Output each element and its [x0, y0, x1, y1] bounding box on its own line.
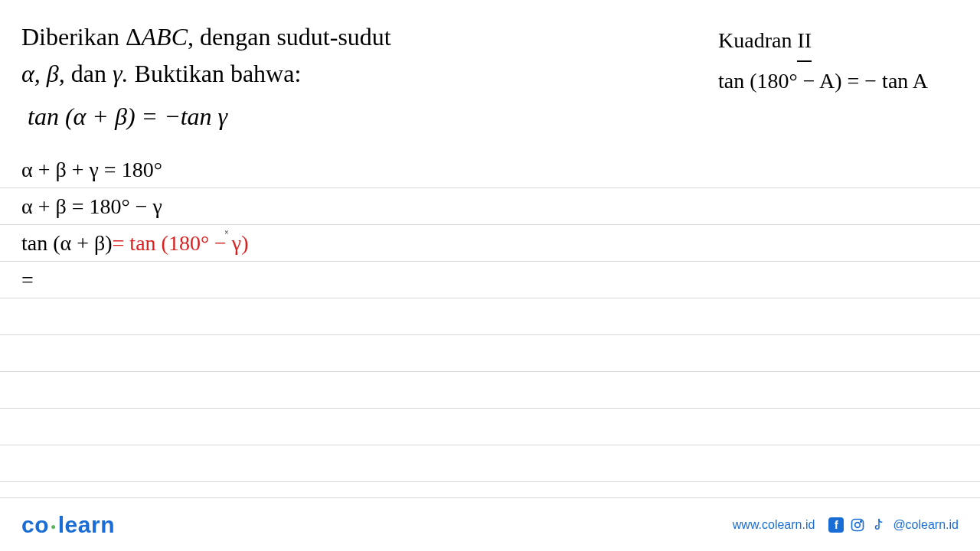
kuadran-label: Kuadran — [718, 28, 797, 52]
work-line-6 — [0, 335, 980, 372]
problem-line3: tan (α + β) = −tan γ — [28, 103, 227, 130]
facebook-icon[interactable]: f — [828, 517, 844, 533]
footer-url[interactable]: www.colearn.id — [733, 518, 815, 532]
problem-statement: Diberikan ΔABC, dengan sudut-sudut α, β,… — [21, 18, 391, 135]
problem-line1-post: , dengan sudut-sudut — [188, 23, 391, 51]
work-line-5 — [0, 298, 980, 335]
tan-identity: tan (180° − A) = − tan A — [718, 62, 928, 100]
work-area: α + β + γ = 180° α + β = 180° − γ tan (α… — [0, 152, 980, 482]
svg-point-2 — [861, 520, 862, 522]
svg-point-1 — [855, 522, 861, 527]
social-icons: f @colearn.id — [828, 517, 959, 533]
work-line-4: = — [0, 262, 980, 298]
logo: co●learn — [21, 512, 115, 538]
problem-line1-pre: Diberikan Δ — [21, 23, 142, 51]
kuadran-number: II — [797, 21, 812, 62]
social-handle[interactable]: @colearn.id — [893, 518, 959, 532]
work-line-3: tan (α + β) = tan (180° − γ) — [0, 225, 980, 262]
work-line-9 — [0, 445, 980, 482]
problem-line2-gamma: γ. — [106, 60, 129, 87]
cursor-mark: × — [224, 228, 229, 236]
side-notes: Kuadran II tan (180° − A) = − tan A — [718, 18, 959, 101]
problem-line2-dan: dan — [71, 60, 106, 87]
work-line-2: α + β = 180° − γ — [0, 188, 980, 225]
tiktok-icon[interactable] — [871, 517, 887, 533]
problem-line2-pre: α, β, — [21, 60, 71, 87]
footer: co●learn www.colearn.id f @colearn.id — [0, 497, 980, 551]
work-line-7 — [0, 372, 980, 409]
work-line-8 — [0, 409, 980, 445]
logo-dot-icon: ● — [51, 521, 57, 532]
instagram-icon[interactable] — [850, 517, 865, 533]
problem-line2-post: Buktikan bahwa: — [129, 60, 302, 87]
problem-abc: ABC — [142, 23, 188, 51]
work-line-1: α + β + γ = 180° — [0, 152, 980, 188]
